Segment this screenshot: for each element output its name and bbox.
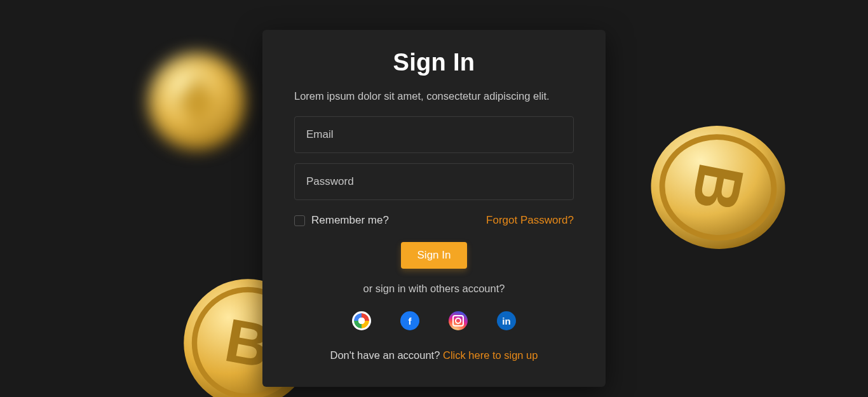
svg-point-1 xyxy=(156,61,238,142)
remember-me-label: Remember me? xyxy=(311,214,389,227)
signup-prompt: Don't have an account? Click here to sig… xyxy=(294,349,574,361)
coin-icon: B xyxy=(641,111,795,264)
page-title: Sign In xyxy=(294,49,574,76)
svg-point-0 xyxy=(148,53,246,151)
remember-me-toggle[interactable]: Remember me? xyxy=(294,214,389,227)
svg-point-6 xyxy=(645,119,791,256)
social-login-row: f in xyxy=(294,311,574,330)
coin-icon xyxy=(146,51,248,152)
signin-card: Sign In Lorem ipsum dolor sit amet, cons… xyxy=(262,30,606,387)
google-icon[interactable] xyxy=(352,311,371,330)
svg-text:B: B xyxy=(679,158,758,217)
linkedin-icon[interactable]: in xyxy=(497,311,516,330)
signup-link[interactable]: Click here to sign up xyxy=(443,349,538,361)
svg-marker-2 xyxy=(179,77,215,126)
subtitle-text: Lorem ipsum dolor sit amet, consectetur … xyxy=(294,90,574,102)
svg-point-7 xyxy=(657,131,779,243)
others-label: or sign in with others account? xyxy=(294,283,574,295)
email-field[interactable] xyxy=(294,116,574,153)
forgot-password-link[interactable]: Forgot Password? xyxy=(486,214,574,227)
signin-button[interactable]: Sign In xyxy=(401,242,468,269)
remember-me-checkbox[interactable] xyxy=(294,215,305,226)
instagram-icon[interactable] xyxy=(449,311,468,330)
signup-prompt-text: Don't have an account? xyxy=(330,349,443,361)
facebook-icon[interactable]: f xyxy=(400,311,419,330)
password-field[interactable] xyxy=(294,163,574,200)
